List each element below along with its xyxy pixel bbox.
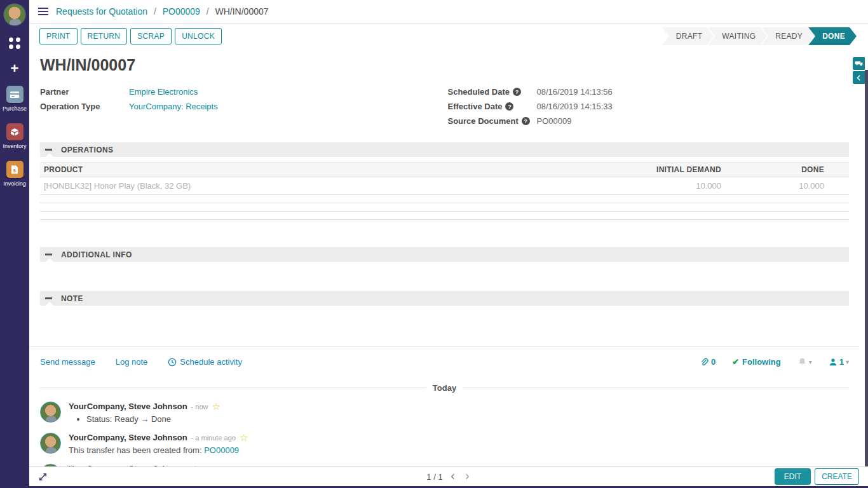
message: YourCompany, Steve Johnson - now ☆ Statu…	[40, 402, 849, 424]
schedule-activity-link[interactable]: Schedule activity	[168, 357, 242, 367]
scrollbar[interactable]	[865, 70, 868, 486]
field-column-right: Scheduled Date? 08/16/2019 14:13:56 Effe…	[448, 87, 850, 131]
expand-icon[interactable]	[38, 472, 48, 482]
chatter-tools: 0 ✔ Following ▾ 1 ▾	[700, 357, 849, 367]
status-step-waiting[interactable]: WAITING	[708, 27, 767, 45]
followers-button[interactable]: 1 ▾	[829, 357, 849, 367]
operation-type-link[interactable]: YourCompany: Receipts	[129, 102, 218, 111]
create-button[interactable]: CREATE	[815, 468, 859, 485]
print-button[interactable]: PRINT	[39, 28, 78, 44]
message-author[interactable]: YourCompany, Steve Johnson	[69, 402, 187, 411]
sidebar-item-invoicing[interactable]: $ Invoicing	[3, 161, 26, 187]
section-additional-info[interactable]: ADDITIONAL INFO	[40, 247, 849, 262]
message: YourCompany, Steve Johnson - a minute ag…	[40, 433, 849, 455]
unlock-button[interactable]: UNLOCK	[175, 28, 222, 44]
chatter-toolbar: Send message Log note Schedule activity …	[40, 357, 849, 367]
source-document-value: PO00009	[537, 116, 572, 126]
clock-icon	[168, 358, 177, 367]
return-button[interactable]: RETURN	[81, 28, 128, 44]
check-icon: ✔	[732, 357, 739, 367]
chat-bubble-icon	[855, 60, 863, 68]
status-step-done[interactable]: DONE	[808, 27, 857, 45]
field-grid: Partner Empire Electronics Operation Typ…	[40, 87, 849, 131]
status-step-ready[interactable]: READY	[761, 27, 814, 45]
pager-next-icon[interactable]	[463, 473, 471, 480]
edit-button[interactable]: EDIT	[775, 468, 811, 485]
field-source-document: Source Document? PO00009	[448, 116, 850, 126]
chatter: Send message Log note Schedule activity …	[29, 346, 860, 485]
section-note[interactable]: NOTE	[40, 291, 849, 306]
cell-initial-demand[interactable]: 10.000	[522, 177, 725, 195]
field-scheduled-date: Scheduled Date? 08/16/2019 14:13:56	[448, 87, 850, 97]
column-product[interactable]: PRODUCT	[40, 163, 522, 177]
collapse-panel-button[interactable]	[853, 71, 865, 84]
scrap-button[interactable]: SCRAP	[130, 28, 172, 44]
sidebar-item-label: Purchase	[3, 105, 27, 112]
field-label: Effective Date	[448, 102, 503, 111]
person-icon	[829, 358, 837, 367]
breadcrumb-separator: /	[154, 6, 156, 17]
send-message-link[interactable]: Send message	[40, 357, 95, 367]
activity-bell-button[interactable]: ▾	[797, 357, 812, 367]
pager-value[interactable]: 1 / 1	[426, 472, 442, 482]
tracking-value: Status: Ready → Done	[86, 414, 220, 424]
field-partner: Partner Empire Electronics	[40, 87, 442, 97]
message-body: Status: Ready → Done	[69, 414, 220, 424]
help-icon[interactable]: ?	[522, 117, 530, 125]
apps-grid-icon[interactable]	[9, 37, 20, 49]
attachment-button[interactable]: 0	[700, 357, 715, 367]
breadcrumb-link-po[interactable]: PO00009	[163, 6, 200, 17]
messages-tab-button[interactable]	[853, 57, 865, 70]
sidebar-item-inventory[interactable]: Inventory	[3, 123, 26, 149]
follower-count: 1	[839, 357, 844, 367]
operations-table: PRODUCT INITIAL DEMAND DONE [HONBLK32] H…	[40, 162, 849, 220]
star-icon[interactable]: ☆	[240, 434, 248, 442]
add-app-icon[interactable]: +	[11, 63, 19, 74]
table-row[interactable]: [HONBLK32] Honor Play (Black, 32 GB) 10.…	[40, 177, 849, 195]
paperclip-icon	[700, 358, 709, 367]
pager-previous-icon[interactable]	[449, 473, 457, 480]
control-panel: PRINT RETURN SCRAP UNLOCK DRAFT WAITING …	[29, 24, 863, 48]
app-sidebar: + Purchase Inventory $ Invoicing	[0, 0, 29, 488]
action-buttons: PRINT RETURN SCRAP UNLOCK	[39, 28, 222, 44]
date-divider-label: Today	[426, 383, 463, 393]
chatter-side-tabs	[853, 57, 865, 84]
partner-link[interactable]: Empire Electronics	[129, 87, 198, 97]
table-empty-row	[40, 195, 849, 203]
section-operations[interactable]: OPERATIONS	[40, 142, 849, 157]
column-initial-demand[interactable]: INITIAL DEMAND	[522, 163, 725, 177]
breadcrumb-separator: /	[207, 6, 209, 17]
field-label: Scheduled Date	[448, 87, 510, 97]
form-sheet: WH/IN/00007 Partner Empire Electronics O…	[29, 51, 860, 306]
star-icon[interactable]: ☆	[212, 403, 220, 410]
column-done[interactable]: DONE	[725, 163, 828, 177]
collapse-icon[interactable]	[45, 297, 52, 299]
collapse-icon[interactable]	[45, 254, 52, 255]
field-label: Operation Type	[40, 102, 129, 111]
section-title: OPERATIONS	[61, 146, 113, 154]
sidebar-item-label: Inventory	[3, 143, 26, 149]
chevron-left-icon	[855, 74, 862, 81]
chevron-down-icon: ▾	[846, 358, 849, 365]
message-author[interactable]: YourCompany, Steve Johnson	[69, 433, 187, 442]
help-icon[interactable]: ?	[513, 88, 521, 96]
svg-text:$: $	[13, 167, 17, 173]
following-button[interactable]: ✔ Following	[732, 357, 781, 367]
date-divider: Today	[40, 383, 849, 393]
status-step-draft[interactable]: DRAFT	[662, 27, 714, 45]
sidebar-item-purchase[interactable]: Purchase	[3, 86, 27, 112]
scheduled-date-value: 08/16/2019 14:13:56	[537, 87, 613, 97]
source-po-link[interactable]: PO00009	[204, 445, 239, 455]
breadcrumb-link-rfq[interactable]: Requests for Quotation	[56, 6, 147, 17]
message-body: This transfer has been created from: PO0…	[69, 445, 248, 455]
user-avatar[interactable]	[3, 3, 26, 26]
chevron-down-icon: ▾	[809, 358, 812, 365]
effective-date-value: 08/16/2019 14:15:33	[537, 102, 613, 111]
log-note-link[interactable]: Log note	[116, 357, 148, 367]
hamburger-menu-icon[interactable]	[38, 6, 48, 17]
cell-product[interactable]: [HONBLK32] Honor Play (Black, 32 GB)	[40, 177, 522, 195]
collapse-icon[interactable]	[45, 149, 52, 151]
field-column-left: Partner Empire Electronics Operation Typ…	[40, 87, 442, 131]
cell-done[interactable]: 10.000	[725, 177, 828, 195]
help-icon[interactable]: ?	[505, 102, 513, 111]
